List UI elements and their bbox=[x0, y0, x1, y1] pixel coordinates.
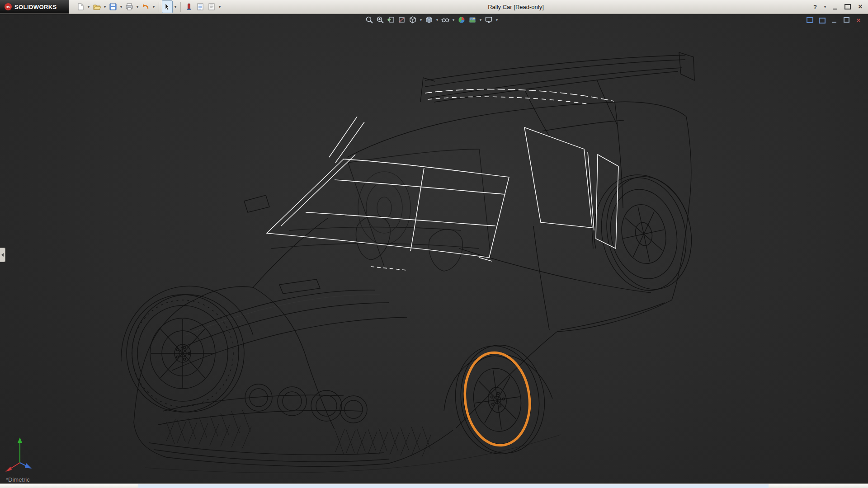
previous-view-icon bbox=[387, 16, 395, 24]
wireframe-car-canvas[interactable] bbox=[0, 14, 868, 483]
select-tool-button[interactable] bbox=[162, 0, 173, 13]
file-properties-button[interactable] bbox=[195, 0, 206, 13]
window-icon bbox=[819, 18, 826, 23]
heads-up-view-toolbar: ▾ ▾ ▾ bbox=[364, 15, 499, 25]
options-sheet-icon bbox=[208, 3, 216, 11]
view-settings-icon bbox=[485, 16, 493, 24]
triad-x-axis bbox=[5, 463, 20, 472]
select-tool-dropdown[interactable]: ▾ bbox=[173, 5, 178, 9]
chevron-left-icon bbox=[1, 253, 4, 257]
undo-dropdown[interactable]: ▾ bbox=[151, 5, 156, 9]
section-view-button[interactable] bbox=[397, 15, 407, 25]
scene-icon bbox=[468, 16, 476, 24]
window-controls: ? ▾ × bbox=[810, 0, 865, 14]
minimize-icon bbox=[833, 9, 837, 9]
rear-wing[interactable] bbox=[420, 52, 694, 138]
window-icon bbox=[807, 17, 813, 23]
zoom-fit-icon bbox=[365, 16, 373, 24]
title-bar: 3S SOLIDWORKS ▾ ▾ ▾ bbox=[0, 0, 868, 14]
triad-z-axis bbox=[20, 463, 32, 469]
dassault-logo-icon: 3S bbox=[5, 3, 12, 10]
rebuild-button[interactable] bbox=[184, 0, 194, 13]
close-icon: × bbox=[858, 3, 862, 10]
open-document-dropdown[interactable]: ▾ bbox=[103, 5, 107, 9]
solidworks-logo: 3S SOLIDWORKS bbox=[0, 0, 69, 14]
save-floppy-icon bbox=[109, 3, 117, 11]
orientation-triad bbox=[5, 435, 41, 474]
restore-icon bbox=[844, 17, 849, 23]
open-folder-icon bbox=[93, 3, 101, 11]
document-title: Rally Car [Read-only] bbox=[488, 4, 544, 10]
grille-lights[interactable] bbox=[245, 384, 367, 423]
zoom-area-icon bbox=[376, 16, 384, 24]
glasses-icon bbox=[441, 16, 449, 24]
feature-panel-flyout-tab[interactable] bbox=[0, 248, 5, 262]
new-document-button[interactable] bbox=[75, 0, 86, 13]
new-document-dropdown[interactable]: ▾ bbox=[86, 5, 91, 9]
cursor-arrow-icon bbox=[163, 3, 171, 11]
restore-button[interactable] bbox=[843, 2, 853, 12]
document-info-icon bbox=[196, 3, 204, 11]
save-button[interactable] bbox=[108, 0, 118, 13]
display-style-icon bbox=[425, 16, 433, 24]
hide-show-items-button[interactable] bbox=[440, 15, 450, 25]
save-dropdown[interactable]: ▾ bbox=[119, 5, 123, 9]
toolbar-separator bbox=[180, 2, 181, 12]
document-minimize-button[interactable] bbox=[830, 16, 838, 24]
view-settings-dropdown[interactable]: ▾ bbox=[495, 18, 499, 22]
help-icon: ? bbox=[813, 4, 817, 10]
side-window-highlight bbox=[524, 127, 592, 228]
triad-y-axis bbox=[18, 437, 22, 463]
apply-scene-dropdown[interactable]: ▾ bbox=[478, 18, 483, 22]
brand-name: SOLIDWORKS bbox=[14, 4, 57, 10]
print-dropdown[interactable]: ▾ bbox=[135, 5, 140, 9]
display-style-dropdown[interactable]: ▾ bbox=[435, 18, 439, 22]
zoom-to-fit-button[interactable] bbox=[364, 15, 374, 25]
appearance-ball-icon bbox=[458, 16, 466, 24]
hide-show-items-dropdown[interactable]: ▾ bbox=[451, 18, 456, 22]
status-bar-band bbox=[138, 484, 769, 488]
front-left-wheel[interactable] bbox=[127, 295, 244, 412]
print-button[interactable] bbox=[124, 0, 135, 13]
display-style-button[interactable] bbox=[424, 15, 434, 25]
minimize-button[interactable] bbox=[830, 2, 840, 12]
options-button[interactable] bbox=[206, 0, 217, 13]
view-orientation-button[interactable] bbox=[408, 15, 418, 25]
document-window-controls: × bbox=[806, 16, 863, 24]
toolbar-separator bbox=[159, 2, 159, 12]
previous-view-button[interactable] bbox=[386, 15, 396, 25]
edit-appearance-button[interactable] bbox=[457, 15, 467, 25]
window-blue-button-1[interactable] bbox=[806, 16, 814, 24]
car-body[interactable] bbox=[121, 102, 691, 473]
document-restore-button[interactable] bbox=[842, 16, 850, 24]
new-document-icon bbox=[76, 3, 85, 11]
help-button[interactable]: ? bbox=[810, 2, 820, 12]
rebuild-icon bbox=[185, 3, 193, 11]
view-orientation-label: *Dimetric bbox=[6, 476, 30, 483]
undo-arrow-icon bbox=[142, 3, 150, 11]
zoom-to-area-button[interactable] bbox=[375, 15, 385, 25]
help-dropdown[interactable]: ▾ bbox=[823, 5, 827, 9]
view-orientation-dropdown[interactable]: ▾ bbox=[419, 18, 423, 22]
printer-icon bbox=[125, 3, 133, 11]
view-settings-button[interactable] bbox=[484, 15, 494, 25]
options-dropdown[interactable]: ▾ bbox=[217, 5, 222, 9]
restore-icon bbox=[844, 4, 851, 9]
window-blue-button-2[interactable] bbox=[818, 16, 826, 24]
status-bar bbox=[0, 483, 868, 488]
view-cube-icon bbox=[409, 16, 417, 24]
main-toolbar: ▾ ▾ ▾ ▾ bbox=[75, 0, 222, 13]
close-icon: × bbox=[857, 17, 861, 23]
graphics-viewport[interactable]: ▾ ▾ ▾ bbox=[0, 14, 868, 483]
rear-right-wheel[interactable] bbox=[591, 169, 702, 298]
document-close-button[interactable]: × bbox=[854, 16, 863, 24]
open-document-button[interactable] bbox=[91, 0, 102, 13]
highlighted-edges bbox=[267, 89, 618, 270]
minimize-icon bbox=[832, 22, 836, 23]
close-button[interactable]: × bbox=[855, 2, 865, 12]
undo-button[interactable] bbox=[140, 0, 151, 13]
section-view-icon bbox=[398, 16, 406, 24]
apply-scene-button[interactable] bbox=[467, 15, 477, 25]
